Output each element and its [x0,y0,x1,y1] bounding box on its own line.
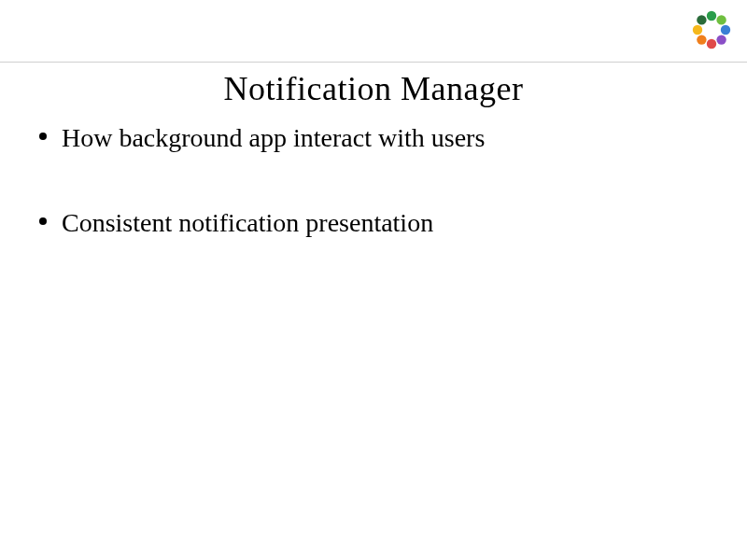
bullet-text: How background app interact with users [62,123,485,152]
bullet-text: Consistent notification presentation [62,208,433,237]
slide-header [0,0,747,60]
svg-point-6 [693,25,702,35]
svg-point-5 [697,35,706,44]
svg-point-2 [721,25,730,35]
svg-point-7 [697,15,706,24]
svg-point-1 [716,15,726,24]
slide-title: Notification Manager [0,69,747,108]
slide-content: How background app interact with users C… [0,121,747,239]
svg-point-3 [716,35,726,44]
flower-logo-icon [689,7,734,52]
bullet-dot-icon [39,133,47,140]
bullet-item: How background app interact with users [30,121,717,154]
svg-point-4 [707,39,716,49]
svg-point-0 [707,11,716,21]
bullet-dot-icon [39,217,47,225]
header-divider [0,62,747,63]
bullet-item: Consistent notification presentation [30,206,717,239]
